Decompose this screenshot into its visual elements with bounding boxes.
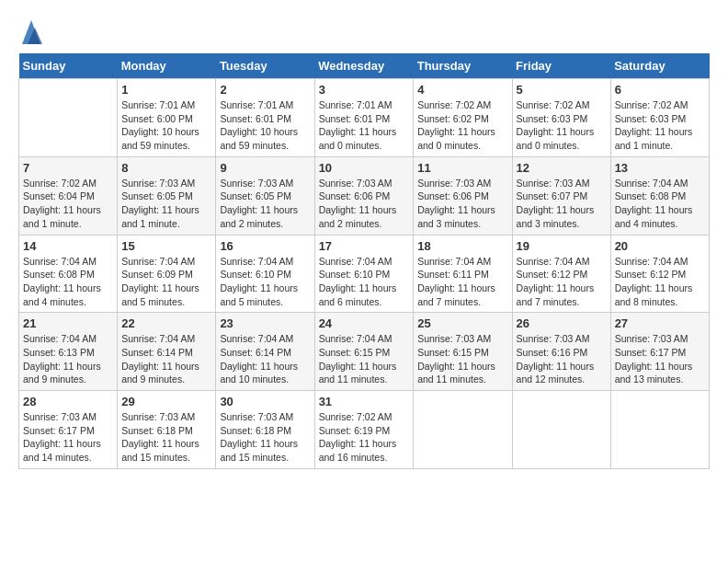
calendar-cell: 2Sunrise: 7:01 AMSunset: 6:01 PMDaylight… [216, 79, 314, 157]
day-info: Sunrise: 7:03 AMSunset: 6:06 PMDaylight:… [417, 177, 507, 231]
calendar-cell: 12Sunrise: 7:03 AMSunset: 6:07 PMDayligh… [512, 156, 610, 235]
day-number: 12 [517, 161, 607, 175]
day-number: 30 [220, 395, 310, 408]
calendar-week-row: 21Sunrise: 7:04 AMSunset: 6:13 PMDayligh… [19, 313, 710, 391]
day-info: Sunrise: 7:02 AMSunset: 6:03 PMDaylight:… [517, 98, 607, 153]
day-info: Sunrise: 7:02 AMSunset: 6:02 PMDaylight:… [417, 98, 507, 153]
calendar-cell: 18Sunrise: 7:04 AMSunset: 6:11 PMDayligh… [414, 235, 512, 313]
day-number: 26 [517, 316, 607, 330]
day-number: 3 [319, 83, 410, 97]
day-info: Sunrise: 7:03 AMSunset: 6:05 PMDaylight:… [121, 177, 211, 231]
day-info: Sunrise: 7:04 AMSunset: 6:11 PMDaylight:… [417, 255, 507, 309]
day-number: 21 [23, 316, 113, 330]
calendar-week-row: 7Sunrise: 7:02 AMSunset: 6:04 PMDaylight… [19, 156, 710, 235]
calendar-cell: 24Sunrise: 7:04 AMSunset: 6:15 PMDayligh… [314, 313, 414, 391]
day-number: 7 [23, 161, 113, 175]
day-number: 11 [417, 161, 507, 175]
weekday-header-wednesday: Wednesday [314, 53, 414, 79]
calendar-cell: 30Sunrise: 7:03 AMSunset: 6:18 PMDayligh… [216, 391, 314, 469]
day-number: 16 [220, 239, 310, 253]
weekday-header-saturday: Saturday [610, 53, 709, 79]
day-number: 9 [220, 161, 310, 175]
calendar-cell: 27Sunrise: 7:03 AMSunset: 6:17 PMDayligh… [610, 313, 709, 391]
day-number: 28 [23, 395, 113, 408]
calendar-cell: 11Sunrise: 7:03 AMSunset: 6:06 PMDayligh… [414, 156, 512, 235]
calendar-cell: 4Sunrise: 7:02 AMSunset: 6:02 PMDaylight… [414, 79, 512, 157]
day-number: 13 [615, 161, 705, 175]
weekday-header-row: SundayMondayTuesdayWednesdayThursdayFrid… [19, 53, 710, 79]
day-number: 17 [319, 239, 410, 253]
day-info: Sunrise: 7:02 AMSunset: 6:04 PMDaylight:… [23, 177, 113, 231]
calendar-cell [610, 391, 709, 469]
calendar-cell: 8Sunrise: 7:03 AMSunset: 6:05 PMDaylight… [118, 156, 216, 235]
day-info: Sunrise: 7:03 AMSunset: 6:15 PMDaylight:… [417, 332, 507, 386]
calendar-cell: 10Sunrise: 7:03 AMSunset: 6:06 PMDayligh… [314, 156, 414, 235]
calendar-cell: 6Sunrise: 7:02 AMSunset: 6:03 PMDaylight… [610, 79, 709, 157]
calendar-cell: 13Sunrise: 7:04 AMSunset: 6:08 PMDayligh… [610, 156, 709, 235]
calendar-cell: 14Sunrise: 7:04 AMSunset: 6:08 PMDayligh… [19, 235, 118, 313]
calendar-cell: 23Sunrise: 7:04 AMSunset: 6:14 PMDayligh… [216, 313, 314, 391]
day-number: 2 [220, 83, 310, 97]
day-info: Sunrise: 7:04 AMSunset: 6:08 PMDaylight:… [615, 177, 705, 231]
calendar-cell: 21Sunrise: 7:04 AMSunset: 6:13 PMDayligh… [19, 313, 118, 391]
page-header [18, 18, 710, 44]
weekday-header-sunday: Sunday [19, 53, 118, 79]
day-info: Sunrise: 7:03 AMSunset: 6:18 PMDaylight:… [220, 410, 310, 465]
calendar-cell: 31Sunrise: 7:02 AMSunset: 6:19 PMDayligh… [314, 391, 414, 469]
calendar-cell: 20Sunrise: 7:04 AMSunset: 6:12 PMDayligh… [610, 235, 709, 313]
day-info: Sunrise: 7:04 AMSunset: 6:10 PMDaylight:… [220, 255, 310, 309]
day-number: 24 [319, 316, 410, 330]
day-number: 19 [517, 239, 607, 253]
day-info: Sunrise: 7:03 AMSunset: 6:18 PMDaylight:… [121, 410, 211, 465]
day-info: Sunrise: 7:02 AMSunset: 6:19 PMDaylight:… [319, 410, 410, 465]
calendar-cell: 28Sunrise: 7:03 AMSunset: 6:17 PMDayligh… [19, 391, 118, 469]
day-number: 10 [319, 161, 410, 175]
day-number: 18 [417, 239, 507, 253]
day-info: Sunrise: 7:01 AMSunset: 6:00 PMDaylight:… [121, 98, 211, 153]
day-info: Sunrise: 7:03 AMSunset: 6:06 PMDaylight:… [319, 177, 410, 231]
day-number: 8 [121, 161, 211, 175]
calendar-week-row: 14Sunrise: 7:04 AMSunset: 6:08 PMDayligh… [19, 235, 710, 313]
day-info: Sunrise: 7:03 AMSunset: 6:05 PMDaylight:… [220, 177, 310, 231]
day-info: Sunrise: 7:04 AMSunset: 6:12 PMDaylight:… [615, 255, 705, 309]
day-number: 1 [121, 83, 211, 97]
calendar-cell: 1Sunrise: 7:01 AMSunset: 6:00 PMDaylight… [118, 79, 216, 157]
day-number: 5 [517, 83, 607, 97]
calendar-cell [414, 391, 512, 469]
calendar-week-row: 28Sunrise: 7:03 AMSunset: 6:17 PMDayligh… [19, 391, 710, 469]
day-number: 22 [121, 316, 211, 330]
day-info: Sunrise: 7:01 AMSunset: 6:01 PMDaylight:… [220, 98, 310, 153]
day-info: Sunrise: 7:04 AMSunset: 6:09 PMDaylight:… [121, 255, 211, 309]
day-info: Sunrise: 7:04 AMSunset: 6:13 PMDaylight:… [23, 332, 113, 386]
calendar-cell: 3Sunrise: 7:01 AMSunset: 6:01 PMDaylight… [314, 79, 414, 157]
day-info: Sunrise: 7:01 AMSunset: 6:01 PMDaylight:… [319, 98, 410, 153]
calendar-cell: 25Sunrise: 7:03 AMSunset: 6:15 PMDayligh… [414, 313, 512, 391]
weekday-header-friday: Friday [512, 53, 610, 79]
calendar-cell: 15Sunrise: 7:04 AMSunset: 6:09 PMDayligh… [118, 235, 216, 313]
calendar-cell: 7Sunrise: 7:02 AMSunset: 6:04 PMDaylight… [19, 156, 118, 235]
calendar-cell: 5Sunrise: 7:02 AMSunset: 6:03 PMDaylight… [512, 79, 610, 157]
day-number: 6 [615, 83, 705, 97]
day-number: 27 [615, 316, 705, 330]
day-number: 31 [319, 395, 410, 408]
day-number: 15 [121, 239, 211, 253]
logo-icon [20, 18, 42, 44]
weekday-header-monday: Monday [118, 53, 216, 79]
weekday-header-tuesday: Tuesday [216, 53, 314, 79]
day-info: Sunrise: 7:04 AMSunset: 6:08 PMDaylight:… [23, 255, 113, 309]
calendar-cell [512, 391, 610, 469]
day-info: Sunrise: 7:03 AMSunset: 6:16 PMDaylight:… [517, 332, 607, 386]
day-number: 20 [615, 239, 705, 253]
day-info: Sunrise: 7:03 AMSunset: 6:17 PMDaylight:… [23, 410, 113, 465]
calendar-cell: 26Sunrise: 7:03 AMSunset: 6:16 PMDayligh… [512, 313, 610, 391]
weekday-header-thursday: Thursday [414, 53, 512, 79]
calendar-cell: 16Sunrise: 7:04 AMSunset: 6:10 PMDayligh… [216, 235, 314, 313]
day-info: Sunrise: 7:04 AMSunset: 6:14 PMDaylight:… [121, 332, 211, 386]
day-info: Sunrise: 7:04 AMSunset: 6:14 PMDaylight:… [220, 332, 310, 386]
logo [18, 18, 42, 44]
day-info: Sunrise: 7:03 AMSunset: 6:17 PMDaylight:… [615, 332, 705, 386]
calendar-table: SundayMondayTuesdayWednesdayThursdayFrid… [18, 53, 710, 469]
day-info: Sunrise: 7:02 AMSunset: 6:03 PMDaylight:… [615, 98, 705, 153]
calendar-cell: 29Sunrise: 7:03 AMSunset: 6:18 PMDayligh… [118, 391, 216, 469]
day-info: Sunrise: 7:04 AMSunset: 6:15 PMDaylight:… [319, 332, 410, 386]
